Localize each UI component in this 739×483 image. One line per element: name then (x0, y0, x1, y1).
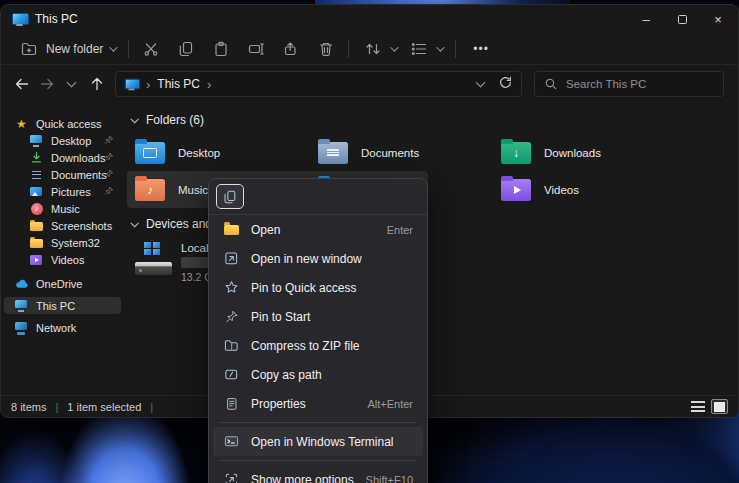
folder-tile-downloads[interactable]: Downloads (493, 134, 676, 171)
new-folder-chevron-icon (110, 43, 118, 51)
open-new-window-icon (223, 251, 240, 266)
copy-icon (223, 190, 237, 204)
copy-button[interactable] (175, 38, 197, 60)
downloads-icon (29, 151, 44, 165)
search-icon (544, 77, 558, 91)
new-folder-icon (18, 38, 40, 60)
menu-item-label: Properties (251, 397, 306, 411)
menu-item-open-windows-terminal[interactable]: Open in Windows Terminal (213, 427, 423, 456)
sidebar-item-label: Network (36, 322, 76, 334)
sidebar-item-label: This PC (36, 300, 75, 312)
back-button[interactable] (9, 71, 34, 97)
sidebar-item-quick-access[interactable]: ★ Quick access (4, 115, 121, 132)
sidebar-item-documents[interactable]: Documents (4, 166, 121, 183)
sidebar-item-label: Quick access (36, 118, 101, 130)
menu-item-label: Show more options (251, 473, 354, 483)
view-icon (408, 38, 430, 60)
copy-quick-action-button[interactable] (216, 184, 244, 209)
address-bar[interactable]: › This PC › (115, 71, 522, 97)
paste-button[interactable] (210, 38, 232, 60)
sidebar-item-downloads[interactable]: Downloads (4, 149, 121, 166)
collapse-chevron-icon (130, 219, 138, 227)
this-pc-icon (12, 13, 27, 26)
show-more-options-icon (223, 472, 240, 483)
folder-icon (29, 219, 44, 233)
star-icon: ★ (14, 117, 29, 131)
toolbar-divider (128, 40, 129, 58)
folder-tile-documents[interactable]: Documents (310, 134, 493, 171)
sidebar-item-network[interactable]: Network (4, 319, 121, 336)
folder-tile-desktop[interactable]: Desktop (127, 134, 310, 171)
refresh-button[interactable] (498, 75, 513, 94)
address-dropdown-chevron[interactable] (476, 78, 486, 88)
maximize-icon (678, 15, 687, 24)
sidebar-item-this-pc[interactable]: This PC (4, 297, 121, 314)
new-folder-button[interactable]: New folder (16, 34, 117, 64)
folder-tile-videos[interactable]: Videos (493, 171, 676, 208)
recent-locations-chevron[interactable] (59, 71, 84, 97)
command-toolbar: New folder (1, 33, 738, 65)
desktop-folder-icon (135, 142, 165, 164)
folder-label: Documents (361, 147, 419, 159)
menu-item-pin-to-start[interactable]: Pin to Start (213, 302, 423, 331)
terminal-icon (223, 434, 240, 449)
local-disk-icon (135, 241, 173, 277)
view-button[interactable] (406, 34, 444, 64)
menu-shortcut: Shift+F10 (356, 474, 413, 483)
cut-button[interactable] (140, 38, 162, 60)
pictures-icon (29, 185, 44, 199)
share-button[interactable] (280, 38, 302, 60)
forward-button[interactable] (34, 71, 59, 97)
status-divider: | (55, 401, 58, 413)
pin-star-icon (223, 280, 240, 295)
downloads-folder-icon (501, 142, 531, 164)
folders-section-header[interactable]: Folders (6) (127, 111, 738, 129)
breadcrumb[interactable]: This PC (157, 77, 200, 91)
menu-item-show-more-options[interactable]: Show more options Shift+F10 (213, 465, 423, 483)
close-button[interactable]: × (700, 5, 736, 33)
sidebar-item-videos[interactable]: Videos (4, 251, 121, 268)
music-folder-icon (135, 179, 165, 201)
new-folder-label: New folder (46, 42, 103, 56)
menu-item-properties[interactable]: Properties Alt+Enter (213, 389, 423, 418)
videos-folder-icon (501, 179, 531, 201)
sidebar-item-desktop[interactable]: Desktop (4, 132, 121, 149)
sidebar-item-music[interactable]: Music (4, 200, 121, 217)
pin-icon (104, 169, 114, 181)
up-button[interactable] (84, 71, 109, 97)
menu-item-open-new-window[interactable]: Open in new window (213, 244, 423, 273)
sidebar-item-label: Documents (51, 169, 107, 181)
delete-button[interactable] (315, 38, 337, 60)
menu-separator (219, 460, 417, 461)
navigation-pane: ★ Quick access Desktop Downloads Documen… (1, 103, 125, 395)
context-menu: Open Enter Open in new window Pin to Qui… (208, 178, 428, 483)
sort-button[interactable] (360, 34, 398, 64)
view-chevron-icon (437, 43, 445, 51)
menu-item-label: Pin to Start (251, 310, 310, 324)
menu-item-pin-quick-access[interactable]: Pin to Quick access (213, 273, 423, 302)
menu-item-compress-zip[interactable]: Compress to ZIP file (213, 331, 423, 360)
more-options-button[interactable]: ••• (467, 42, 495, 56)
sidebar-item-onedrive[interactable]: OneDrive (4, 275, 121, 292)
details-view-toggle[interactable] (691, 401, 705, 412)
menu-item-label: Pin to Quick access (251, 281, 356, 295)
search-input[interactable] (566, 78, 714, 90)
sidebar-item-label: Pictures (51, 186, 91, 198)
sort-chevron-icon (391, 43, 399, 51)
sidebar-item-system32[interactable]: System32 (4, 234, 121, 251)
rename-button[interactable] (245, 38, 267, 60)
this-pc-icon (14, 299, 29, 313)
thumbnail-view-toggle[interactable] (711, 399, 728, 414)
menu-item-copy-as-path[interactable]: Copy as path (213, 360, 423, 389)
titlebar: This PC – × (1, 5, 738, 33)
sidebar-item-screenshots[interactable]: Screenshots (4, 217, 121, 234)
this-pc-icon (125, 78, 139, 90)
menu-item-open[interactable]: Open Enter (213, 215, 423, 244)
folder-label: Downloads (544, 147, 601, 159)
minimize-button[interactable]: – (628, 5, 664, 33)
sidebar-item-pictures[interactable]: Pictures (4, 183, 121, 200)
maximize-button[interactable] (664, 5, 700, 33)
search-box[interactable] (534, 71, 724, 97)
folder-label: Music (178, 184, 208, 196)
sidebar-item-label: OneDrive (36, 278, 82, 290)
